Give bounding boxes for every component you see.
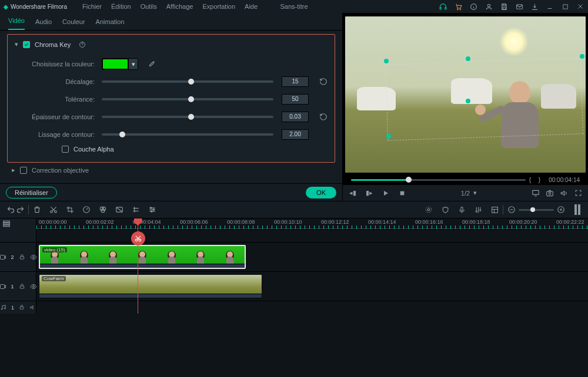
- eye-icon[interactable]: [30, 254, 37, 261]
- redo-icon[interactable]: [15, 205, 25, 214]
- ok-button[interactable]: OK: [306, 187, 336, 198]
- track-a1-row[interactable]: [36, 301, 588, 314]
- layout-icon[interactable]: [490, 205, 499, 214]
- lock-icon[interactable]: [19, 254, 25, 261]
- menu-tools[interactable]: Outils: [141, 3, 157, 10]
- svg-rect-30: [492, 207, 497, 213]
- svg-rect-9: [563, 4, 567, 8]
- speed-icon[interactable]: [82, 205, 91, 214]
- close-icon[interactable]: [576, 2, 584, 11]
- adjust-icon[interactable]: [148, 205, 157, 214]
- fullscreen-icon[interactable]: [574, 189, 582, 197]
- mail-icon[interactable]: [515, 2, 523, 11]
- svg-point-23: [153, 209, 154, 210]
- smooth-value[interactable]: 2.00: [282, 129, 309, 140]
- tab-video[interactable]: Vidéo: [8, 13, 25, 30]
- menu-view[interactable]: Affichage: [166, 3, 193, 10]
- eye-icon[interactable]: [30, 283, 37, 290]
- prev-frame-icon[interactable]: ◂▮: [349, 189, 357, 197]
- scissors-icon[interactable]: [131, 231, 145, 245]
- zoom-out-icon[interactable]: [507, 205, 516, 214]
- tolerance-value[interactable]: 50: [282, 94, 309, 105]
- tab-color[interactable]: Couleur: [62, 18, 85, 25]
- zoom-in-icon[interactable]: [556, 205, 566, 214]
- volume-icon[interactable]: [560, 189, 568, 197]
- document-title: Sans-titre: [280, 3, 308, 10]
- help-icon[interactable]: [79, 41, 86, 48]
- next-frame-icon[interactable]: ▮▸: [365, 189, 373, 197]
- correction-checkbox[interactable]: [20, 167, 27, 174]
- download-icon[interactable]: [530, 2, 539, 11]
- cut-icon[interactable]: [49, 205, 58, 214]
- menu-help[interactable]: Aide: [245, 3, 258, 10]
- ruler-tick: 00:00:12:12: [321, 219, 349, 225]
- offset-slider[interactable]: [102, 80, 273, 83]
- zoom-fit-icon[interactable]: [573, 205, 582, 214]
- reset-feather-icon[interactable]: [319, 113, 328, 121]
- tab-animation[interactable]: Animation: [96, 18, 125, 25]
- svg-rect-41: [0, 284, 4, 288]
- user-icon[interactable]: [485, 2, 493, 11]
- shield-icon[interactable]: [440, 205, 450, 214]
- marker-icon[interactable]: [424, 205, 433, 214]
- lock-icon[interactable]: [19, 304, 25, 311]
- zoom-slider[interactable]: [519, 209, 554, 211]
- reset-button[interactable]: Réinitialiser: [6, 187, 57, 198]
- expand-correction-icon[interactable]: ▸: [12, 166, 15, 174]
- preview-panel: { } 00:00:04:14 ◂▮ ▮▸ 1/2 ▾: [342, 13, 588, 201]
- delete-icon[interactable]: [32, 205, 42, 214]
- chevron-down-icon[interactable]: ▾: [128, 59, 138, 69]
- preview-viewport[interactable]: [343, 13, 588, 175]
- eyedropper-icon[interactable]: [148, 60, 156, 68]
- svg-rect-34: [578, 204, 580, 215]
- clip-cowfarm[interactable]: CowFarm: [39, 274, 262, 298]
- track-a1-num: 1: [11, 305, 14, 311]
- save-icon[interactable]: [500, 2, 508, 11]
- maximize-icon[interactable]: [561, 2, 569, 11]
- cart-icon[interactable]: [454, 2, 462, 11]
- track-a1-head: 1: [0, 301, 36, 314]
- bracket-out-icon[interactable]: }: [538, 176, 540, 183]
- play-icon[interactable]: [382, 189, 390, 197]
- preview-timecode: 00:00:04:14: [549, 177, 580, 183]
- bracket-in-icon[interactable]: {: [529, 176, 532, 183]
- mixer-icon[interactable]: [473, 205, 483, 214]
- feather-slider[interactable]: [102, 116, 273, 118]
- menu-file[interactable]: Fichier: [82, 3, 102, 10]
- tab-audio[interactable]: Audio: [35, 18, 52, 25]
- offset-value[interactable]: 15: [282, 76, 309, 87]
- info-icon[interactable]: [469, 2, 477, 11]
- svg-rect-35: [4, 221, 10, 222]
- minimize-icon[interactable]: [546, 2, 554, 11]
- monitor-icon[interactable]: [532, 189, 540, 197]
- color-icon[interactable]: [98, 205, 108, 214]
- clip-video15[interactable]: video (15): [39, 245, 246, 269]
- track-v2-row[interactable]: video (15): [36, 242, 588, 271]
- keyframe-icon[interactable]: [131, 205, 141, 214]
- mute-icon[interactable]: [29, 304, 36, 311]
- tolerance-slider[interactable]: [102, 98, 273, 100]
- menu-edit[interactable]: Édition: [111, 3, 131, 10]
- alpha-checkbox[interactable]: [62, 146, 69, 153]
- lock-icon[interactable]: [19, 283, 25, 290]
- menu-export[interactable]: Exportation: [202, 3, 235, 10]
- page-dropdown-icon[interactable]: ▾: [473, 189, 477, 197]
- reset-offset-icon[interactable]: [319, 78, 328, 86]
- stop-icon[interactable]: [398, 189, 406, 197]
- undo-icon[interactable]: [6, 205, 15, 214]
- chroma-enabled-checkbox[interactable]: [23, 41, 30, 48]
- smooth-slider[interactable]: [102, 133, 273, 136]
- feather-value[interactable]: 0.03: [282, 112, 309, 122]
- snapshot-icon[interactable]: [546, 189, 554, 197]
- playhead[interactable]: [138, 218, 138, 314]
- crop-icon[interactable]: [65, 205, 75, 214]
- color-swatch[interactable]: ▾: [102, 58, 138, 70]
- mic-icon[interactable]: [457, 205, 466, 214]
- timeline-menu-icon[interactable]: [2, 220, 11, 228]
- greenscreen-icon[interactable]: [115, 205, 124, 214]
- scrub-slider[interactable]: [351, 179, 526, 181]
- svg-rect-39: [20, 257, 24, 259]
- expand-chroma-icon[interactable]: ▾: [15, 41, 18, 48]
- headset-icon[interactable]: [439, 2, 447, 11]
- track-v1-row[interactable]: CowFarm: [36, 271, 588, 301]
